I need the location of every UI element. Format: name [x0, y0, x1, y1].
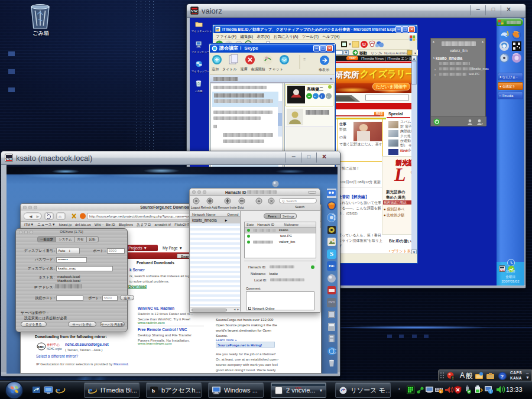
- svg-text:›: ›: [327, 95, 328, 98]
- svg-text:追加 タイトル 退席 会議開始 チャット: 追加 タイトル 退席 会議開始 チャット: [212, 67, 283, 72]
- svg-text:?: ?: [501, 374, 504, 379]
- svg-text:•: •: [314, 95, 316, 98]
- svg-text:Norton AntiVirus: Norton AntiVirus: [384, 51, 410, 55]
- svg-text:移動: 移動: [359, 51, 368, 56]
- svg-text:KMC: KMC: [38, 345, 45, 349]
- svg-text:◄: ◄: [28, 214, 33, 219]
- svg-text:=: =: [303, 57, 306, 61]
- svg-text:U: U: [362, 42, 366, 47]
- svg-text:!: !: [452, 375, 454, 381]
- svg-text:春軒中心: 春軒中心: [47, 343, 60, 346]
- svg-text:+: +: [481, 122, 483, 125]
- svg-text:►: ►: [35, 214, 40, 219]
- svg-text:»: »: [380, 51, 382, 55]
- svg-text:e: e: [56, 386, 60, 395]
- svg-text:NCHC·orgtw: NCHC·orgtw: [47, 348, 62, 351]
- svg-text:▼: ▼: [348, 43, 352, 46]
- svg-text:!: !: [440, 390, 442, 394]
- svg-text:⌂: ⌂: [59, 214, 61, 219]
- svg-text:Logout Refresh Add Remo: Logout Refresh Add Remove Invite Evict: [191, 206, 244, 209]
- svg-text:▼: ▼: [414, 51, 417, 55]
- svg-text:非表示: 非表示: [319, 67, 329, 72]
- svg-text:b: b: [152, 388, 155, 394]
